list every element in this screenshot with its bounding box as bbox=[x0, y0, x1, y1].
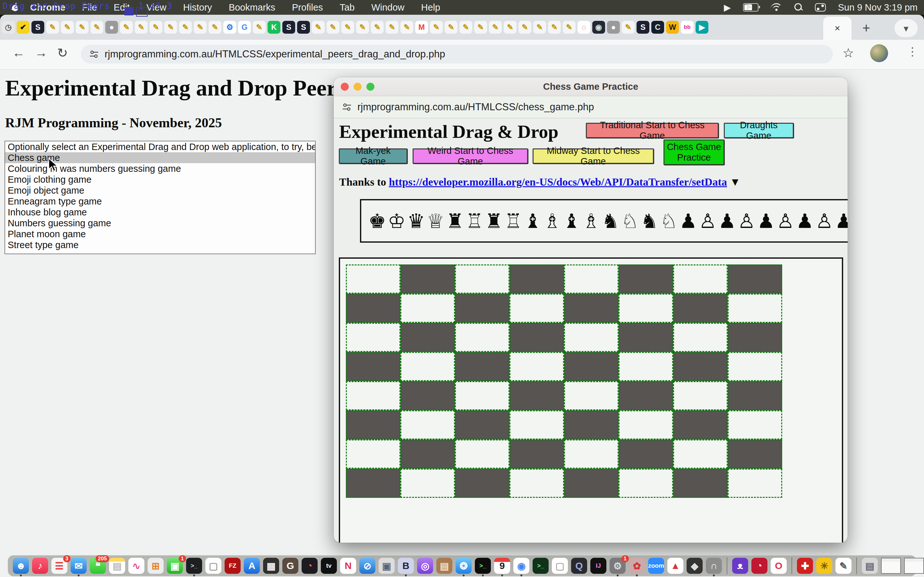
listbox-header-option[interactable]: Optionally select an Experimental Drag a… bbox=[5, 141, 315, 152]
pinned-tab-pen-icon[interactable]: ✎ bbox=[194, 21, 207, 34]
popup-address-bar[interactable]: rjmprogramming.com.au/HTMLCSS/chess_game… bbox=[334, 96, 848, 118]
pinned-tab-pen-icon[interactable]: ✎ bbox=[563, 21, 575, 34]
pinned-tab-pen-icon[interactable]: ✎ bbox=[135, 21, 148, 34]
board-cell-r2c2[interactable] bbox=[401, 293, 455, 323]
board-cell-r7c5[interactable] bbox=[564, 440, 619, 469]
dock-icon-quicktime[interactable]: Q bbox=[571, 558, 587, 574]
pinned-tab-s-icon[interactable]: S bbox=[31, 21, 44, 34]
dock-icon-messages[interactable]: ❝205 bbox=[90, 558, 106, 574]
dock-icon-bulb[interactable]: ☀ bbox=[816, 558, 832, 574]
board-cell-r3c3[interactable] bbox=[455, 323, 509, 352]
board-cell-r2c4[interactable] bbox=[509, 293, 564, 323]
board-cell-r3c8[interactable] bbox=[728, 323, 782, 352]
pinned-tab-k-icon[interactable]: K bbox=[268, 21, 280, 34]
wifi-icon[interactable] bbox=[771, 3, 782, 11]
dock-icon-filezilla[interactable]: FZ bbox=[225, 558, 241, 574]
board-cell-r2c6[interactable] bbox=[619, 293, 673, 323]
board-cell-r8c2[interactable] bbox=[401, 469, 455, 498]
midway-start-button[interactable]: Midway Start to Chess Game bbox=[533, 148, 654, 164]
menu-clock[interactable]: Sun 9 Nov 3:19 pm bbox=[838, 2, 918, 13]
dock-icon-music[interactable]: ♪ bbox=[32, 558, 48, 574]
dock-icon-textedit[interactable]: ▢ bbox=[205, 558, 221, 574]
menu-item-profiles[interactable]: Profiles bbox=[292, 2, 323, 13]
list-option-emoji-object-game[interactable]: Emoji object game bbox=[5, 185, 315, 196]
dock-icon-terminal[interactable]: >_ bbox=[186, 558, 202, 574]
board-cell-r3c2[interactable] bbox=[401, 323, 455, 352]
board-cell-r6c8[interactable] bbox=[728, 410, 782, 440]
board-cell-r8c1[interactable] bbox=[346, 469, 401, 498]
list-option-enneagram-type-game[interactable]: Enneagram type game bbox=[5, 196, 315, 207]
pinned-tab-pen-icon[interactable]: ✎ bbox=[445, 21, 457, 34]
url-text[interactable]: rjmprogramming.com.au/HTMLCSS/experiment… bbox=[105, 48, 445, 60]
board-cell-r7c6[interactable] bbox=[619, 440, 673, 469]
dock-icon-paint[interactable]: ✿ bbox=[629, 558, 645, 574]
pinned-tab-pen-icon[interactable]: ✎ bbox=[164, 21, 177, 34]
pinned-tab-pen-icon[interactable]: ✎ bbox=[312, 21, 325, 34]
board-cell-r8c8[interactable] bbox=[728, 469, 782, 498]
pinned-tab-pen-icon[interactable]: ✎ bbox=[356, 21, 369, 34]
dock-icon-books[interactable]: ▤ bbox=[436, 558, 452, 574]
pinned-tab-s-icon[interactable]: S bbox=[297, 21, 310, 34]
popup-window[interactable]: Chess Game Practice rjmprogramming.com.a… bbox=[334, 77, 848, 543]
pinned-tab-eye-icon[interactable]: ◉ bbox=[592, 21, 605, 34]
pinned-tab-pen-icon[interactable]: ✎ bbox=[386, 21, 399, 34]
board-cell-r6c5[interactable] bbox=[564, 410, 619, 440]
pinned-tab-pen-icon[interactable]: ✎ bbox=[326, 21, 339, 34]
pinned-tab-pen-icon[interactable]: ✎ bbox=[76, 21, 89, 34]
board-cell-r1c7[interactable] bbox=[673, 264, 728, 293]
board-cell-r1c5[interactable] bbox=[564, 264, 619, 293]
dock-icon-gimp[interactable]: G bbox=[282, 558, 298, 574]
dock-icon-mail[interactable]: ✉ bbox=[71, 558, 87, 574]
board-cell-r6c6[interactable] bbox=[619, 410, 673, 440]
board-cell-r6c3[interactable] bbox=[455, 410, 509, 440]
dock-icon-freeform[interactable]: ∿ bbox=[128, 558, 144, 574]
minimize-window-button[interactable] bbox=[354, 83, 362, 91]
board-cell-r4c7[interactable] bbox=[673, 352, 728, 381]
pinned-tab-tooth-icon[interactable]: ● bbox=[607, 21, 620, 34]
board-cell-r1c3[interactable] bbox=[455, 264, 509, 293]
dock-icon-reminders[interactable]: ☰3 bbox=[51, 558, 67, 574]
pinned-tab-pen-icon[interactable]: ✎ bbox=[120, 21, 133, 34]
board-cell-r8c6[interactable] bbox=[619, 469, 673, 498]
pinned-tab-clock-icon[interactable]: ◷ bbox=[2, 21, 15, 34]
board-cell-r2c5[interactable] bbox=[564, 293, 619, 323]
board-cell-r8c5[interactable] bbox=[564, 469, 619, 498]
dock-icon-gauge[interactable]: ◔ bbox=[751, 558, 767, 574]
active-tab[interactable]: × bbox=[823, 17, 851, 40]
dock-icon-appletv[interactable]: tv bbox=[321, 558, 337, 574]
dock-icon-preview[interactable]: ▢ bbox=[552, 558, 568, 574]
board-cell-r4c8[interactable] bbox=[728, 352, 782, 381]
pinned-tab-pen-icon[interactable]: ✎ bbox=[208, 21, 221, 34]
dock-icon-inkscape[interactable]: ◆ bbox=[687, 558, 703, 574]
popup-title-bar[interactable]: Chess Game Practice bbox=[334, 77, 848, 96]
dock-icon-facetime[interactable]: ▣1 bbox=[167, 558, 183, 574]
list-option-numbers-guessing-game[interactable]: Numbers guessing game bbox=[5, 218, 315, 229]
board-cell-r6c2[interactable] bbox=[401, 410, 455, 440]
board-cell-r4c6[interactable] bbox=[619, 352, 673, 381]
board-cell-r7c8[interactable] bbox=[728, 440, 782, 469]
board-cell-r6c4[interactable] bbox=[509, 410, 564, 440]
pinned-tab-s-icon[interactable]: S bbox=[636, 21, 649, 34]
menu-item-help[interactable]: Help bbox=[421, 2, 441, 13]
board-cell-r5c1[interactable] bbox=[346, 381, 401, 410]
board-cell-r4c5[interactable] bbox=[564, 352, 619, 381]
board-cell-r3c5[interactable] bbox=[564, 323, 619, 352]
pinned-tab-check-icon[interactable]: ✔ bbox=[17, 21, 29, 34]
pinned-tab-pen-icon[interactable]: ✎ bbox=[519, 21, 531, 34]
dock-icon-notes[interactable]: ▤ bbox=[109, 558, 125, 574]
address-bar[interactable]: rjmprogramming.com.au/HTMLCSS/experiment… bbox=[81, 45, 833, 63]
board-cell-r8c4[interactable] bbox=[509, 469, 564, 498]
popup-url-text[interactable]: rjmprogramming.com.au/HTMLCSS/chess_game… bbox=[357, 101, 594, 113]
board-cell-r3c1[interactable] bbox=[346, 323, 401, 352]
board-cell-r5c3[interactable] bbox=[455, 381, 509, 410]
dock-icon-calendar[interactable]: 9 bbox=[494, 558, 510, 574]
board-cell-r3c4[interactable] bbox=[509, 323, 564, 352]
pinned-tab-google-icon[interactable]: G bbox=[238, 21, 251, 34]
board-cell-r4c2[interactable] bbox=[401, 352, 455, 381]
board-cell-r2c3[interactable] bbox=[455, 293, 509, 323]
board-cell-r4c3[interactable] bbox=[455, 352, 509, 381]
board-cell-r3c6[interactable] bbox=[619, 323, 673, 352]
board-cell-r1c1[interactable] bbox=[346, 264, 401, 293]
pinned-tab-pen-icon[interactable]: ✎ bbox=[622, 21, 635, 34]
board-cell-r7c1[interactable] bbox=[346, 440, 401, 469]
